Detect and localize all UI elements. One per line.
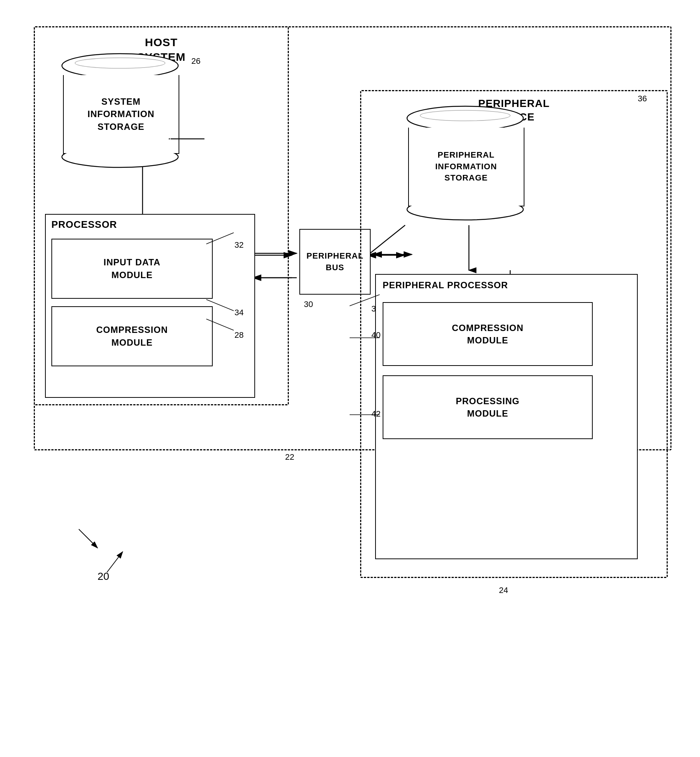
svg-line-18: [79, 529, 97, 548]
svg-point-33: [407, 206, 523, 220]
processing-module-box: PROCESSING MODULE: [383, 375, 593, 439]
svg-line-38: [206, 233, 234, 244]
peripheral-processor-label: PERIPHERAL PROCESSOR: [383, 279, 508, 291]
svg-line-40: [206, 319, 234, 330]
ref-24: 24: [499, 585, 508, 595]
diagram-container: HOST SYSTEM SYSTEM INFORMATION STORAGE 2…: [22, 15, 678, 728]
ref-36: 36: [638, 94, 647, 103]
compression-module-2-box: COMPRESSION MODULE: [383, 302, 593, 366]
peripheral-info-storage-wrapper: PERIPHERAL INFORMATION STORAGE: [405, 105, 525, 221]
ref-22: 22: [285, 452, 294, 462]
compression-module-2-label: COMPRESSION MODULE: [452, 322, 523, 347]
peripheral-processor-box: PERIPHERAL PROCESSOR COMPRESSION MODULE …: [375, 274, 638, 559]
peripheral-info-storage-label: PERIPHERAL INFORMATION STORAGE: [435, 149, 497, 184]
svg-point-31: [407, 106, 523, 128]
svg-line-41: [350, 295, 380, 306]
svg-line-39: [206, 299, 234, 311]
svg-line-37: [107, 552, 123, 572]
processing-module-label: PROCESSING MODULE: [456, 395, 520, 420]
